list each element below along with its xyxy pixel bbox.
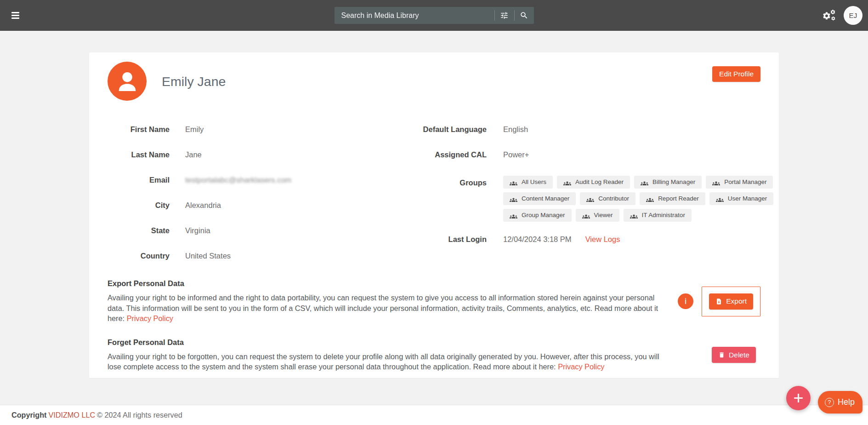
badge-row: Group Manager Viewer IT Administrator: [503, 209, 760, 222]
user-avatar[interactable]: EJ: [844, 6, 862, 25]
media-library-search: [335, 7, 534, 24]
privacy-policy-link[interactable]: Privacy Policy: [558, 362, 604, 371]
people-icon: [712, 179, 720, 185]
group-badge-label: All Users: [522, 178, 546, 186]
field-label: Last Login: [411, 235, 487, 243]
fields-left-column: First Name Emily Last Name Jane Email te…: [108, 125, 411, 260]
field-value: Power+: [503, 150, 529, 159]
filter-icon[interactable]: [495, 7, 514, 24]
field-country: Country United States: [108, 252, 411, 260]
menu-icon[interactable]: [11, 12, 19, 19]
export-button-label: Export: [726, 297, 747, 305]
description-text: Availing your right to be informed and t…: [108, 293, 658, 322]
search-icon[interactable]: [515, 7, 534, 24]
field-city: City Alexandria: [108, 201, 411, 209]
export-section-text: Export Personal Data Availing your right…: [108, 279, 659, 324]
section-description: Availing your right to be informed and t…: [108, 293, 659, 324]
group-badge-label: Audit Log Reader: [575, 178, 624, 186]
company-link[interactable]: VIDIZMO LLC: [48, 411, 95, 419]
group-badge: IT Administrator: [624, 209, 692, 222]
group-badges: All Users Audit Log Reader Billing Manag…: [503, 176, 760, 222]
profile-fields: First Name Emily Last Name Jane Email te…: [108, 125, 760, 260]
group-badge-label: Viewer: [594, 211, 613, 219]
trash-icon: [718, 351, 725, 358]
view-logs-link[interactable]: View Logs: [585, 235, 620, 243]
field-label: Email: [108, 176, 170, 184]
field-label: Default Language: [411, 125, 487, 133]
field-value-blurred: testportalabc@sharklasers.com: [185, 176, 291, 184]
field-label: First Name: [108, 125, 170, 133]
field-value: Emily: [185, 125, 204, 133]
group-badge: User Manager: [709, 192, 774, 205]
group-badge: Report Reader: [640, 192, 705, 205]
people-icon: [646, 196, 654, 202]
group-badge: Billing Manager: [634, 176, 702, 189]
forget-personal-data-section: Forget Personal Data Availing your right…: [108, 338, 760, 372]
field-assigned-cal: Assigned CAL Power+: [411, 150, 760, 159]
group-badge: Portal Manager: [706, 176, 773, 189]
section-description: Availing your right to be forgotten, you…: [108, 351, 665, 372]
search-input[interactable]: [335, 7, 494, 24]
group-badge: Viewer: [576, 209, 619, 222]
field-value: Jane: [185, 150, 202, 159]
export-button[interactable]: Export: [709, 293, 753, 310]
last-login-value: 12/04/2024 3:18 PM: [503, 235, 572, 243]
footer: Copyright VIDIZMO LLC © 2024 All rights …: [0, 405, 868, 425]
group-badge-label: User Manager: [728, 195, 767, 203]
fields-right-column: Default Language English Assigned CAL Po…: [411, 125, 760, 260]
help-button-label: Help: [838, 397, 855, 407]
delete-button[interactable]: Delete: [712, 347, 756, 363]
field-label: Last Name: [108, 150, 170, 159]
top-navigation-bar: EJ: [0, 0, 868, 31]
admin-gears-icon[interactable]: [822, 9, 836, 22]
profile-card: Emily Jane Edit Profile First Name Emily…: [89, 52, 779, 378]
field-default-language: Default Language English: [411, 125, 760, 133]
group-badge-label: IT Administrator: [642, 211, 685, 219]
group-badge-label: Portal Manager: [724, 178, 766, 186]
profile-card-header: Emily Jane Edit Profile: [108, 62, 760, 101]
badge-row: All Users Audit Log Reader Billing Manag…: [503, 176, 760, 189]
group-badge: Group Manager: [503, 209, 572, 222]
group-badge: Audit Log Reader: [557, 176, 630, 189]
page-title: Emily Jane: [162, 74, 226, 89]
field-value: United States: [185, 252, 231, 260]
badge-row: Content Manager Contributor Report Reade…: [503, 192, 760, 205]
people-icon: [510, 179, 517, 185]
profile-page: Emily Jane Edit Profile First Name Emily…: [0, 31, 868, 405]
section-title: Forget Personal Data: [108, 338, 665, 347]
field-value: English: [503, 125, 528, 133]
copyright-label: Copyright: [11, 411, 46, 419]
people-icon: [641, 179, 648, 185]
field-email: Email testportalabc@sharklasers.com: [108, 176, 411, 184]
export-button-outline: Export: [702, 287, 760, 316]
people-icon: [586, 196, 594, 202]
group-badge: All Users: [503, 176, 553, 189]
info-icon[interactable]: [678, 293, 693, 309]
edit-profile-button[interactable]: Edit Profile: [712, 66, 760, 82]
field-first-name: First Name Emily: [108, 125, 411, 133]
group-badge: Contributor: [580, 192, 635, 205]
field-label: Country: [108, 252, 170, 260]
people-icon: [510, 212, 517, 218]
question-icon: [825, 398, 834, 407]
people-icon: [630, 212, 638, 218]
privacy-policy-link[interactable]: Privacy Policy: [127, 314, 173, 322]
group-badge-label: Report Reader: [658, 195, 699, 203]
people-icon: [563, 179, 571, 185]
field-value: Virginia: [185, 226, 210, 235]
group-badge: Content Manager: [503, 192, 576, 205]
topbar-right-cluster: EJ: [822, 6, 862, 25]
field-label: State: [108, 226, 170, 235]
plus-icon[interactable]: [786, 386, 811, 410]
people-icon: [582, 212, 590, 218]
section-title: Export Personal Data: [108, 279, 659, 288]
help-button[interactable]: Help: [818, 391, 862, 414]
forget-section-text: Forget Personal Data Availing your right…: [108, 338, 665, 372]
field-groups: Groups All Users Audit Log Reader Billin…: [411, 176, 760, 222]
group-badge-label: Billing Manager: [652, 178, 695, 186]
field-value: Alexandria: [185, 201, 221, 209]
delete-button-label: Delete: [729, 351, 749, 359]
field-last-login: Last Login 12/04/2024 3:18 PM View Logs: [411, 235, 760, 243]
field-label: Groups: [411, 176, 487, 222]
field-last-name: Last Name Jane: [108, 150, 411, 159]
